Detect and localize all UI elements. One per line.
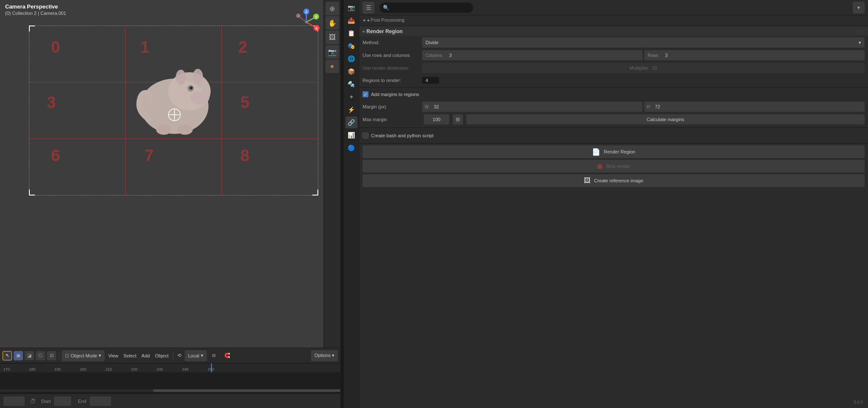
- add-margins-row[interactable]: ✓ Add margins to regions: [359, 88, 868, 100]
- tab-world[interactable]: 🌐: [345, 53, 357, 65]
- viewport-canvas[interactable]: Camera Perspective (0) Collection 2 | Ca…: [0, 0, 340, 348]
- extra-select-tool[interactable]: ⊡: [47, 351, 56, 360]
- mode-icon: ◻: [65, 353, 69, 358]
- render-region-btn[interactable]: 📄 Render Region: [363, 145, 865, 158]
- post-processing-header[interactable]: ◂ ◂ Post Processing: [359, 15, 868, 25]
- props-icon-sidebar: 📷 📤 📋 🎭 🌐 📦 🔩 ✦ ⚡ 🔗 📊 🔵: [344, 0, 359, 408]
- select-tool[interactable]: ↖: [3, 351, 12, 360]
- region-8: 8: [240, 147, 249, 165]
- svg-point-18: [189, 86, 193, 90]
- method-chevron: ▾: [859, 40, 861, 45]
- tab-render[interactable]: 📷: [345, 2, 357, 14]
- rows-cols-row: Use rows and columns Columns 3 Rows 3: [359, 49, 868, 62]
- tab-modifier[interactable]: 🔩: [345, 78, 357, 90]
- margin-row: Margin (px) W 32 H 72: [359, 100, 868, 113]
- region-1: 1: [140, 38, 149, 57]
- box-select-tool[interactable]: ▣: [14, 351, 23, 360]
- search-container[interactable]: 🔍: [380, 3, 473, 13]
- sphere-btn[interactable]: ●: [326, 60, 339, 73]
- tab-material[interactable]: 🔵: [345, 142, 357, 154]
- object-menu[interactable]: Object: [153, 350, 170, 361]
- method-dropdown[interactable]: Divide ▾: [422, 37, 865, 48]
- margin-w-field[interactable]: W 32: [422, 102, 642, 112]
- margin-h-field[interactable]: H 72: [644, 102, 865, 112]
- svg-point-16: [191, 91, 209, 105]
- margin-label: Margin (px): [363, 104, 422, 109]
- select-menu[interactable]: Select: [122, 350, 138, 361]
- viewport-subtitle: (0) Collection 2 | Camera.001: [5, 11, 66, 16]
- render-region-header[interactable]: ▾ Render Region ⋮⋮: [359, 27, 868, 36]
- gizmo-widget[interactable]: Z Y X: [293, 8, 320, 37]
- header-right: ▾: [853, 2, 865, 14]
- render-dim-row: Use render dimension Multiplier 10: [359, 62, 868, 74]
- calc-margins-btn[interactable]: Calculate margins: [466, 114, 865, 125]
- use-rows-cols-label: Use rows and columns: [363, 53, 422, 58]
- margin-group: W 32 H 72: [422, 102, 865, 112]
- proportional-btn[interactable]: ⊙: [208, 350, 219, 361]
- regions-number: 4: [425, 78, 428, 83]
- lasso-select-tool[interactable]: ⬡: [36, 351, 45, 360]
- render-region-btn-icon: 📄: [592, 148, 600, 156]
- mode-select-btn[interactable]: ◻ Object Mode ▾: [62, 350, 105, 361]
- end-frame-input[interactable]: 250: [90, 397, 111, 406]
- tab-output[interactable]: 📤: [345, 14, 357, 26]
- tab-view-layer[interactable]: 📋: [345, 27, 357, 39]
- create-script-label: Create bash and python script: [371, 133, 434, 138]
- columns-label: Columns: [425, 53, 442, 58]
- start-frame-input[interactable]: 1: [54, 397, 71, 406]
- create-script-checkbox[interactable]: [363, 133, 368, 139]
- end-label: End: [78, 399, 86, 404]
- pan-btn[interactable]: ✋: [326, 16, 339, 30]
- render-region-title: Render Region: [366, 28, 403, 34]
- snap-btn[interactable]: 🧲: [221, 350, 234, 361]
- svg-point-10: [296, 14, 300, 18]
- current-frame-input[interactable]: 0: [3, 397, 25, 406]
- ruler-tick-190: 190: [54, 367, 61, 371]
- tab-physics[interactable]: ⚡: [345, 104, 357, 116]
- local-mode-btn[interactable]: Local ▾: [185, 350, 207, 361]
- timeline-scrollbar-thumb[interactable]: [153, 389, 340, 392]
- view-menu[interactable]: View: [106, 350, 120, 361]
- options-btn[interactable]: Options ▾: [311, 350, 338, 361]
- rows-field[interactable]: 3: [660, 50, 673, 60]
- tab-scene[interactable]: 🎭: [345, 40, 357, 52]
- separator-3: [359, 128, 868, 128]
- grid-icon-btn[interactable]: ⊞: [453, 114, 463, 125]
- ruler-tick-180: 180: [29, 367, 35, 371]
- timeline-scrollbar-track[interactable]: [0, 389, 340, 392]
- stop-btn-icon: ⊗: [597, 162, 602, 170]
- ruler-tick-220: 220: [131, 367, 137, 371]
- region-0: 0: [51, 38, 60, 57]
- max-margin-row: Max margin 100 ⊞ Calculate margins: [359, 113, 868, 126]
- paint-select-tool[interactable]: ◪: [25, 351, 34, 360]
- margin-h-label: H: [644, 105, 652, 109]
- columns-field[interactable]: 3: [444, 50, 457, 60]
- add-margins-checkbox[interactable]: ✓: [363, 91, 368, 97]
- max-margin-value[interactable]: 100: [424, 114, 449, 125]
- create-script-row[interactable]: Create bash and python script: [359, 130, 868, 142]
- playhead[interactable]: [211, 363, 212, 372]
- mode-chevron: ▾: [99, 353, 101, 358]
- create-ref-btn[interactable]: 🖼 Create reference image: [363, 174, 865, 187]
- ruler-tick-170: 170: [3, 367, 10, 371]
- image-btn[interactable]: 🖼: [326, 31, 339, 44]
- svg-point-15: [193, 69, 203, 84]
- tab-object[interactable]: 📦: [345, 65, 357, 77]
- tab-particles[interactable]: ✦: [345, 91, 357, 103]
- props-menu-btn[interactable]: ☰: [363, 2, 374, 14]
- camera-btn[interactable]: 📷: [326, 45, 339, 59]
- 3d-object: [128, 60, 221, 144]
- red-grid-v2: [221, 26, 222, 196]
- zoom-in-btn[interactable]: ⊕: [326, 2, 339, 15]
- tab-data[interactable]: 📊: [345, 129, 357, 141]
- props-options-dropdown[interactable]: ▾: [853, 2, 865, 14]
- ruler-tick-230: 230: [157, 367, 163, 371]
- svg-point-11: [305, 21, 308, 23]
- render-region-btn-label: Render Region: [604, 149, 635, 154]
- tab-constraints[interactable]: 🔗: [345, 116, 357, 128]
- timeline-ruler: 170 180 190 200 210 220 230 240 250: [0, 363, 340, 372]
- stop-render-btn[interactable]: ⊗ Stop render: [363, 160, 865, 173]
- max-margin-num: 100: [433, 117, 440, 122]
- transform-pivot-btn[interactable]: ⟲: [176, 350, 183, 361]
- add-menu[interactable]: Add: [140, 350, 152, 361]
